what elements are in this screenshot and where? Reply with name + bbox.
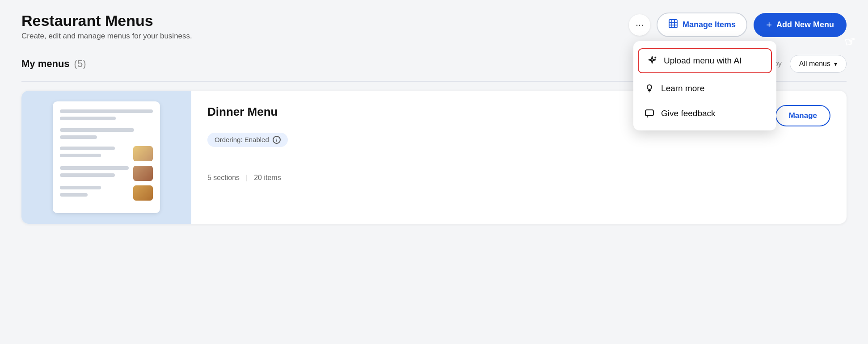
mock-lines — [60, 166, 129, 180]
mock-lines — [60, 147, 129, 161]
mock-row — [60, 166, 153, 181]
dropdown-give-feedback-label: Give feedback — [661, 109, 715, 118]
mock-lines — [60, 186, 129, 200]
my-menus-label: My menus — [21, 58, 70, 70]
info-icon[interactable]: i — [273, 136, 281, 144]
cursor-icon: ☞ — [843, 34, 856, 50]
mock-line — [60, 109, 153, 113]
mock-row — [60, 185, 153, 201]
mock-line — [60, 193, 88, 197]
manage-items-label: Manage Items — [683, 20, 736, 29]
menus-count: (5) — [74, 58, 86, 70]
sections-count: 5 sections — [207, 174, 240, 182]
mock-line — [60, 154, 101, 157]
header-left: Restaurant Menus Create, edit and manage… — [21, 13, 192, 41]
manage-menu-label: Manage — [789, 111, 817, 120]
page-header: Restaurant Menus Create, edit and manage… — [21, 13, 847, 41]
mock-line — [60, 166, 129, 170]
ordering-badge: Ordering: Enabled i — [207, 133, 288, 147]
mock-line — [60, 147, 115, 150]
menus-section-title: My menus (5) — [21, 58, 86, 70]
filter-value: All menus — [799, 60, 830, 68]
chevron-down-icon: ▾ — [834, 60, 837, 67]
manage-menu-button[interactable]: Manage — [775, 105, 830, 126]
dropdown-menu: Upload menu with AI Learn more — [633, 41, 776, 130]
ordering-status-text: Ordering: Enabled — [215, 136, 269, 143]
menu-stats: 5 sections | 20 items — [207, 174, 830, 182]
mock-food-image — [133, 166, 153, 181]
sparkle-icon — [647, 55, 657, 66]
mock-line — [60, 128, 134, 132]
more-options-button[interactable]: ··· — [629, 14, 650, 36]
add-new-menu-button[interactable]: + Add New Menu ☞ — [754, 13, 847, 37]
bulb-icon — [644, 83, 655, 94]
dropdown-learn-more-label: Learn more — [661, 84, 704, 93]
manage-items-button[interactable]: Manage Items — [657, 13, 747, 37]
dots-menu-container: ··· Upload menu with AI — [629, 14, 650, 36]
mock-food-image — [133, 185, 153, 201]
mock-row — [60, 146, 153, 161]
menu-card-thumbnail — [21, 91, 191, 224]
svg-point-0 — [647, 85, 652, 89]
dropdown-item-upload-ai[interactable]: Upload menu with AI — [638, 48, 772, 73]
header-actions: ··· Upload menu with AI — [629, 13, 847, 37]
dropdown-upload-ai-label: Upload menu with AI — [664, 56, 742, 66]
chat-icon — [644, 108, 655, 119]
dots-icon: ··· — [636, 19, 644, 31]
page-subtitle: Create, edit and manage menus for your b… — [21, 32, 192, 41]
mock-line — [60, 186, 101, 189]
add-menu-label: Add New Menu — [776, 20, 834, 29]
svg-rect-4 — [669, 20, 677, 28]
filter-dropdown[interactable]: All menus ▾ — [790, 55, 847, 73]
mock-food-image — [133, 146, 153, 161]
table-icon — [668, 19, 678, 31]
menu-name: Dinner Menu — [207, 105, 278, 119]
mock-line — [60, 135, 97, 139]
dropdown-item-learn-more[interactable]: Learn more — [633, 76, 776, 101]
menu-preview-mockup — [53, 101, 160, 213]
items-count: 20 items — [254, 174, 281, 182]
stats-divider: | — [246, 174, 248, 182]
mock-line — [60, 173, 115, 177]
page-title: Restaurant Menus — [21, 13, 192, 29]
dropdown-item-give-feedback[interactable]: Give feedback — [633, 101, 776, 126]
svg-rect-3 — [645, 110, 653, 116]
mock-line — [60, 117, 116, 120]
plus-icon: + — [766, 19, 772, 31]
